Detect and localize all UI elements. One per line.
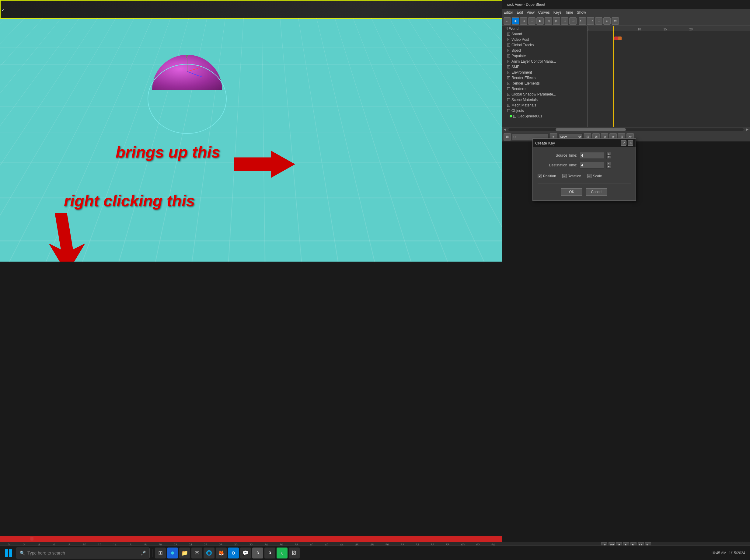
expand-global-shadow[interactable]: - <box>507 93 510 96</box>
rotation-checkbox[interactable] <box>562 174 567 178</box>
taskbar-3ds2-icon[interactable]: 3 <box>264 547 275 559</box>
taskbar-search-bar[interactable]: 🔍 Type here to search 🎤 <box>16 547 150 559</box>
tool-forward[interactable]: ▷ <box>553 17 560 25</box>
tool-options[interactable]: ⊟ <box>595 17 603 25</box>
timeline-key-marker[interactable] <box>31 537 34 541</box>
taskbar[interactable]: 🔍 Type here to search 🎤 ⊞ 📁 ✉ 🌐 🦊 O 💬 3 … <box>0 545 750 560</box>
expand-global-tracks[interactable]: + <box>507 43 510 46</box>
track-view-toolbar[interactable]: ↔ ◆ ⊕ ⊞ ▶ ◁ ▷ ⊡ ⊞ ⟵ ⟶ ⊟ ⊕ ⊗ <box>502 16 750 26</box>
menu-curves[interactable]: Curves <box>538 11 550 15</box>
tool-zoom-val[interactable]: ⊗ <box>612 17 619 25</box>
viewport[interactable]: x y z brings up this right clicking this… <box>0 0 502 262</box>
scale-checkbox[interactable] <box>587 174 591 178</box>
expand-populate[interactable]: + <box>507 55 510 58</box>
expand-environment[interactable]: - <box>507 71 510 74</box>
geosphere-object[interactable]: x y z <box>152 55 222 125</box>
source-time-up[interactable]: ▲ <box>606 152 611 156</box>
tool-back[interactable]: ◁ <box>545 17 552 25</box>
track-objects[interactable]: - Objects <box>502 108 587 114</box>
expand-biped[interactable]: + <box>507 49 510 52</box>
dialog-close-btn[interactable]: ✕ <box>628 140 633 146</box>
taskbar-photos-icon[interactable]: 🖼 <box>289 547 300 559</box>
scroll-right-btn[interactable]: ▶ <box>745 127 750 132</box>
track-medit-materials[interactable]: + Medit Materials <box>502 102 587 108</box>
dest-time-up[interactable]: ▲ <box>606 162 611 165</box>
track-sme[interactable]: + SME <box>502 64 587 69</box>
track-list[interactable]: - World + Sound + Video Post + Global Tr… <box>502 26 588 127</box>
expand-scene-materials[interactable]: - <box>507 98 510 101</box>
position-checkbox[interactable] <box>538 174 542 178</box>
tool-key[interactable]: ◆ <box>512 17 519 25</box>
scrollbar-thumb[interactable] <box>556 128 626 131</box>
track-render-effects[interactable]: + Render Effects <box>502 75 587 81</box>
track-sound[interactable]: + Sound <box>502 31 587 37</box>
menu-show[interactable]: Show <box>577 11 586 15</box>
timeline-bar[interactable] <box>0 536 502 542</box>
keyframe-marker-2[interactable] <box>618 37 621 40</box>
tool-snap[interactable]: ⊞ <box>569 17 577 25</box>
track-renderer[interactable]: - Renderer <box>502 86 587 92</box>
expand-video-post[interactable]: + <box>507 38 510 41</box>
position-checkbox-item[interactable]: Position <box>538 174 556 178</box>
expand-objects[interactable]: - <box>507 109 510 112</box>
tv-bottom-btn1[interactable]: ⊞ <box>504 133 511 141</box>
taskbar-view-icon[interactable]: ⊞ <box>155 547 166 559</box>
expand-renderer[interactable]: - <box>507 87 510 91</box>
create-key-dialog[interactable]: Create Key ? ✕ Source Time: ▲ ▼ Destinat… <box>532 138 636 201</box>
taskbar-outlook-icon[interactable]: O <box>228 547 239 559</box>
track-populate[interactable]: + Populate <box>502 53 587 59</box>
cancel-button[interactable]: Cancel <box>586 188 607 196</box>
menu-edit[interactable]: Edit <box>517 11 523 15</box>
start-button[interactable] <box>2 547 15 559</box>
rotation-checkbox-item[interactable]: Rotation <box>562 174 581 178</box>
dest-time-input[interactable] <box>579 162 604 168</box>
track-biped[interactable]: + Biped <box>502 48 587 53</box>
scrollbar-track[interactable] <box>508 128 744 131</box>
taskbar-file-icon[interactable]: 📁 <box>179 547 190 559</box>
scroll-left-btn[interactable]: ◀ <box>502 127 507 132</box>
track-video-post[interactable]: + Video Post <box>502 37 587 42</box>
tool-expand[interactable]: ⟶ <box>587 17 594 25</box>
tool-zoom-time[interactable]: ⊕ <box>603 17 611 25</box>
taskbar-mail-icon[interactable]: ✉ <box>191 547 202 559</box>
tool-play[interactable]: ▶ <box>536 17 544 25</box>
source-time-down[interactable]: ▼ <box>606 156 611 159</box>
taskbar-skype-icon[interactable]: 💬 <box>240 547 251 559</box>
track-global-shadow[interactable]: - Global Shadow Paramete... <box>502 92 587 97</box>
scale-checkbox-item[interactable]: Scale <box>587 174 602 178</box>
track-timeline[interactable]: 0 5 10 15 20 <box>588 26 750 127</box>
tool-filter[interactable]: ⊡ <box>561 17 568 25</box>
tool-scroll[interactable]: ⟵ <box>579 17 586 25</box>
track-global-tracks[interactable]: + Global Tracks <box>502 42 587 48</box>
dest-time-down[interactable]: ▼ <box>606 165 611 168</box>
track-scene-materials[interactable]: - Scene Materials <box>502 97 587 102</box>
expand-anim-layer[interactable]: + <box>507 60 510 63</box>
track-anim-layer[interactable]: + Anim Layer Control Mana... <box>502 59 587 64</box>
timeline-scrollbar[interactable]: ◀ ▶ <box>502 127 750 132</box>
expand-geosphere[interactable]: + <box>513 115 516 118</box>
dialog-help-btn[interactable]: ? <box>621 140 627 146</box>
dest-time-spinner[interactable]: ▲ ▼ <box>606 162 611 168</box>
menu-editor[interactable]: Editor <box>504 11 513 15</box>
source-time-input[interactable] <box>579 152 604 159</box>
taskbar-edge-icon[interactable] <box>167 547 178 559</box>
tool-select[interactable]: ⊕ <box>520 17 527 25</box>
expand-render-elements[interactable]: - <box>507 82 510 85</box>
menu-view[interactable]: View <box>527 11 535 15</box>
expand-world[interactable]: - <box>505 27 508 30</box>
taskbar-spotify-icon[interactable]: ♫ <box>277 547 288 559</box>
track-view-menubar[interactable]: Editor Edit View Curves Keys Time Show <box>502 9 750 16</box>
expand-sme[interactable]: + <box>507 65 510 68</box>
expand-medit-materials[interactable]: + <box>507 104 510 107</box>
mic-icon[interactable]: 🎤 <box>141 551 146 556</box>
taskbar-3ds-icon[interactable]: 3 <box>252 547 263 559</box>
tool-zoom[interactable]: ⊞ <box>528 17 535 25</box>
taskbar-chrome-icon[interactable]: 🌐 <box>203 547 215 559</box>
track-view-panel[interactable]: Track View - Dope Sheet Editor Edit View… <box>502 0 750 137</box>
track-geosphere[interactable]: + GeoSphere001 <box>502 114 587 119</box>
menu-time[interactable]: Time <box>565 11 573 15</box>
track-world[interactable]: - World <box>502 26 587 31</box>
ok-button[interactable]: OK <box>561 188 583 196</box>
track-environment[interactable]: - Environment <box>502 69 587 75</box>
playhead[interactable] <box>613 26 614 127</box>
